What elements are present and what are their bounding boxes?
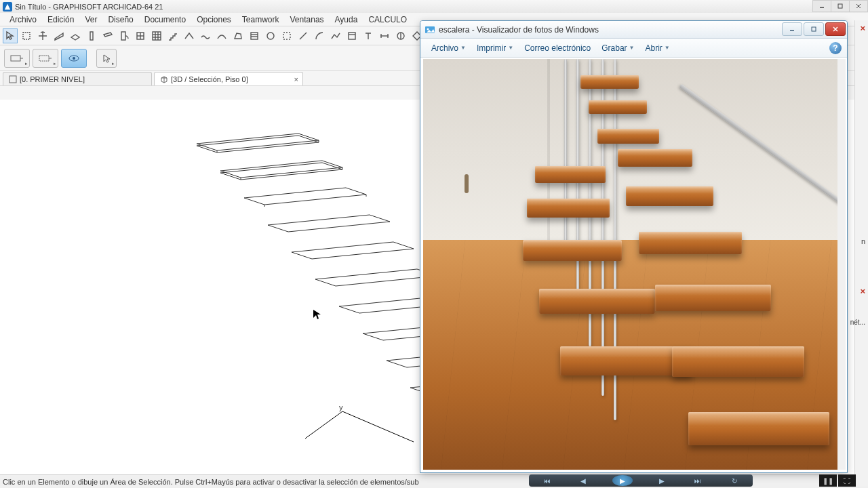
menu-ayuda[interactable]: Ayuda (330, 14, 363, 26)
vb-prev-icon[interactable]: ⏮ (540, 476, 555, 485)
mode-button-1[interactable]: ▸ (4, 49, 30, 68)
tool-mesh[interactable] (198, 28, 213, 43)
tab-primer-nivel[interactable]: [0. PRIMER NIVEL] (3, 72, 152, 85)
menu-teamwork[interactable]: Teamwork (237, 14, 285, 26)
pv-help-icon[interactable]: ? (829, 42, 842, 54)
menu-calculo[interactable]: CALCULO (363, 14, 412, 26)
photoviewer-image (423, 59, 837, 470)
tool-polyline[interactable] (328, 28, 343, 43)
tab-close-icon[interactable]: × (294, 75, 298, 83)
menu-archivo[interactable]: Archivo (4, 14, 42, 26)
svg-line-52 (342, 411, 414, 442)
minimize-button[interactable] (812, 0, 831, 12)
side-palette-strip: × n × nét... (854, 20, 868, 487)
tool-window[interactable] (133, 28, 148, 43)
tool-section[interactable] (393, 28, 408, 43)
svg-rect-17 (283, 33, 290, 39)
tab1-label: [0. PRIMER NIVEL] (20, 75, 85, 83)
tool-curtain[interactable] (247, 28, 262, 43)
vb-rotate-icon[interactable]: ↻ (727, 476, 742, 485)
pv-menu-correo[interactable]: Correo electrónico (519, 41, 596, 56)
svg-rect-28 (39, 56, 49, 61)
vb-next-icon[interactable]: ⏭ (690, 476, 705, 485)
vb-back-icon[interactable]: ◀ (576, 476, 591, 485)
menu-ver[interactable]: Ver (79, 14, 102, 26)
tool-object[interactable] (263, 28, 278, 43)
pv-menu-imprimir[interactable]: Imprimir▼ (471, 41, 519, 56)
mode-button-2[interactable]: ▸ (33, 49, 58, 68)
vb-play-icon[interactable]: ▶ (612, 475, 633, 486)
svg-line-53 (305, 411, 342, 439)
pv-menu-abrir[interactable]: Abrir▼ (640, 41, 675, 56)
svg-marker-43 (268, 215, 390, 232)
tool-arc[interactable] (312, 28, 327, 43)
photoviewer-menubar: Archivo▼ Imprimir▼ Correo electrónico Gr… (420, 39, 847, 58)
side-label-n: n (861, 237, 865, 245)
mode-button-3d[interactable] (61, 49, 87, 68)
svg-line-18 (300, 33, 307, 39)
video-control-bar: ⏮ ◀ ▶ ▶ ⏭ ↻ (529, 474, 753, 487)
tool-slab[interactable] (68, 28, 83, 43)
svg-marker-45 (315, 269, 437, 286)
menu-edicion[interactable]: Edición (42, 14, 79, 26)
svg-rect-27 (11, 56, 20, 61)
tool-column[interactable] (84, 28, 99, 43)
axis-y-label: y (339, 403, 343, 411)
archicad-titlebar[interactable]: Sin Título - GRAPHISOFT ARCHICAD-64 21 (0, 0, 868, 13)
tool-grid[interactable] (149, 28, 164, 43)
tab-3d[interactable]: [3D / Selección, Piso 0] × (154, 72, 303, 85)
maximize-button[interactable] (831, 0, 850, 12)
svg-rect-1 (838, 4, 842, 8)
tool-wall[interactable] (52, 28, 66, 43)
pv-scrollbar[interactable] (837, 59, 846, 470)
video-fullscreen-button[interactable]: ⛶ (838, 474, 856, 487)
pv-minimize-button[interactable] (782, 22, 802, 36)
photoviewer-app-icon (425, 24, 435, 35)
tool-stair[interactable] (165, 28, 180, 43)
tool-dim[interactable] (377, 28, 392, 43)
status-text: Clic en un Elemento o dibuje un Área de … (3, 478, 419, 486)
archicad-logo-icon (3, 2, 12, 12)
mode-button-arrow[interactable]: ▸ (96, 49, 117, 68)
plan-icon (9, 75, 17, 83)
tool-text[interactable] (361, 28, 376, 43)
photoviewer-window[interactable]: escalera - Visualizador de fotos de Wind… (420, 20, 848, 473)
video-pause-button[interactable]: ❚❚ (819, 474, 837, 487)
menu-diseno[interactable]: Diseño (102, 14, 138, 26)
photoviewer-title: escalera - Visualizador de fotos de Wind… (439, 25, 599, 35)
tool-beam[interactable] (100, 28, 115, 43)
svg-point-55 (427, 28, 429, 30)
menu-documento[interactable]: Documento (139, 14, 191, 26)
photoviewer-titlebar[interactable]: escalera - Visualizador de fotos de Wind… (420, 21, 847, 39)
vb-fwd-icon[interactable]: ▶ (654, 476, 669, 485)
svg-rect-31 (9, 76, 16, 83)
tool-zone[interactable] (279, 28, 294, 43)
tool-shell[interactable] (214, 28, 229, 43)
tab2-label: [3D / Selección, Piso 0] (171, 75, 248, 83)
tool-select[interactable] (3, 28, 18, 43)
side-close-icon-2[interactable]: × (860, 286, 865, 296)
close-button[interactable] (849, 0, 868, 12)
tool-line[interactable] (296, 28, 311, 43)
menu-opciones[interactable]: Opciones (191, 14, 237, 26)
tool-morph[interactable] (231, 28, 245, 43)
svg-point-30 (73, 57, 75, 60)
tool-door[interactable] (117, 28, 132, 43)
side-close-icon[interactable]: × (860, 23, 865, 33)
pv-maximize-button[interactable] (804, 22, 824, 36)
video-side-controls: ❚❚ ⛶ (819, 474, 856, 487)
pv-menu-grabar[interactable]: Grabar▼ (596, 41, 639, 56)
tool-pan[interactable] (35, 28, 50, 43)
pv-menu-archivo[interactable]: Archivo▼ (426, 41, 471, 56)
tool-roof[interactable] (182, 28, 197, 43)
svg-rect-57 (812, 27, 816, 31)
svg-rect-13 (251, 33, 258, 39)
tool-marquee[interactable] (19, 28, 34, 43)
cube-icon (160, 75, 168, 83)
svg-rect-4 (121, 32, 125, 40)
menu-ventanas[interactable]: Ventanas (285, 14, 330, 26)
side-label-net: nét... (850, 319, 865, 326)
pv-close-button[interactable] (825, 22, 846, 36)
tool-fill[interactable] (344, 28, 359, 43)
svg-rect-3 (90, 32, 93, 40)
